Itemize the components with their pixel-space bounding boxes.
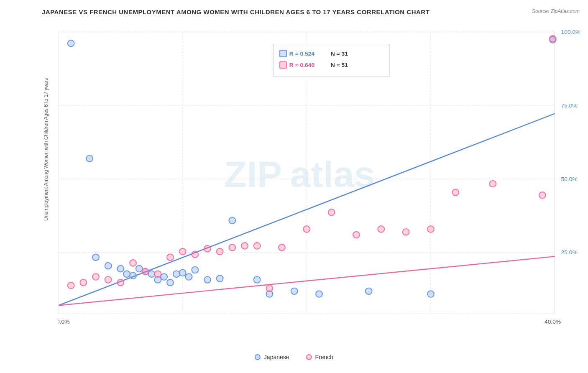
svg-point-38 [217, 275, 223, 282]
chart-container: JAPANESE VS FRENCH UNEMPLOYMENT AMONG WO… [0, 0, 588, 373]
svg-point-59 [217, 248, 223, 255]
svg-text:N = 51: N = 51 [331, 62, 348, 68]
chart-title: JAPANESE VS FRENCH UNEMPLOYMENT AMONG WO… [42, 8, 580, 15]
svg-text:ZIP: ZIP [224, 154, 282, 195]
svg-point-60 [229, 244, 235, 251]
svg-point-42 [291, 288, 298, 294]
svg-point-51 [117, 279, 124, 286]
french-legend-dot [306, 354, 312, 360]
svg-point-45 [427, 291, 434, 297]
legend-item-japanese: Japanese [255, 354, 289, 360]
svg-point-49 [92, 273, 99, 280]
svg-point-27 [136, 266, 143, 272]
svg-point-21 [86, 155, 93, 162]
svg-point-55 [167, 254, 174, 261]
svg-text:25.0%: 25.0% [561, 249, 577, 255]
svg-point-65 [303, 226, 310, 232]
svg-point-68 [378, 226, 384, 232]
svg-text:atlas: atlas [290, 154, 375, 195]
svg-point-34 [179, 270, 186, 276]
svg-point-64 [279, 244, 285, 251]
svg-text:75.0%: 75.0% [561, 102, 577, 109]
svg-text:40.0%: 40.0% [545, 319, 561, 325]
svg-point-58 [204, 245, 211, 252]
svg-point-24 [117, 266, 124, 272]
svg-point-40 [254, 276, 261, 283]
svg-point-57 [192, 251, 198, 258]
svg-point-53 [142, 268, 149, 275]
french-legend-label: French [315, 354, 334, 360]
svg-text:100.0%: 100.0% [561, 29, 580, 35]
svg-point-20 [68, 40, 74, 47]
japanese-legend-label: Japanese [264, 354, 289, 360]
svg-point-32 [167, 279, 174, 286]
svg-point-37 [204, 276, 211, 283]
svg-rect-75 [274, 44, 389, 77]
svg-point-61 [241, 243, 248, 249]
svg-point-63 [266, 285, 273, 292]
svg-text:N = 31: N = 31 [331, 51, 348, 57]
svg-point-72 [489, 181, 496, 187]
svg-point-48 [80, 279, 87, 286]
svg-point-35 [186, 273, 192, 280]
svg-point-39 [229, 217, 235, 224]
svg-point-29 [148, 271, 155, 277]
svg-point-69 [403, 229, 409, 235]
svg-point-56 [179, 248, 186, 255]
svg-point-23 [105, 263, 112, 269]
source-text: Source: ZipAtlas.com [532, 8, 580, 14]
svg-point-31 [161, 273, 167, 280]
japanese-legend-dot [255, 354, 261, 360]
y-axis-label: Unemployment Among Women with Children A… [43, 129, 49, 221]
svg-point-44 [366, 288, 372, 294]
svg-text:50.0%: 50.0% [561, 176, 577, 182]
svg-point-50 [105, 276, 112, 283]
svg-point-73 [539, 192, 546, 199]
svg-point-26 [130, 272, 136, 279]
svg-point-54 [154, 271, 161, 277]
svg-point-70 [427, 226, 434, 232]
svg-text:R = 0.640: R = 0.640 [289, 62, 315, 68]
svg-point-47 [68, 282, 74, 289]
svg-point-67 [353, 232, 360, 238]
svg-point-43 [316, 291, 322, 297]
svg-point-71 [452, 189, 459, 196]
svg-point-62 [254, 243, 261, 249]
svg-point-74 [550, 36, 556, 42]
svg-point-52 [130, 260, 136, 266]
legend-item-french: French [306, 354, 334, 360]
chart-svg: 100.0% 75.0% 50.0% 25.0% 0.0% 40.0% ZIP … [59, 20, 580, 330]
svg-rect-76 [280, 50, 286, 57]
svg-rect-79 [280, 62, 286, 69]
svg-point-25 [123, 271, 130, 277]
svg-point-36 [192, 267, 198, 273]
svg-point-22 [92, 254, 99, 261]
svg-text:0.0%: 0.0% [59, 319, 70, 325]
chart-legend: Japanese French [255, 354, 333, 360]
svg-point-66 [328, 209, 335, 216]
svg-text:R = 0.524: R = 0.524 [289, 51, 315, 57]
svg-point-33 [173, 271, 180, 277]
